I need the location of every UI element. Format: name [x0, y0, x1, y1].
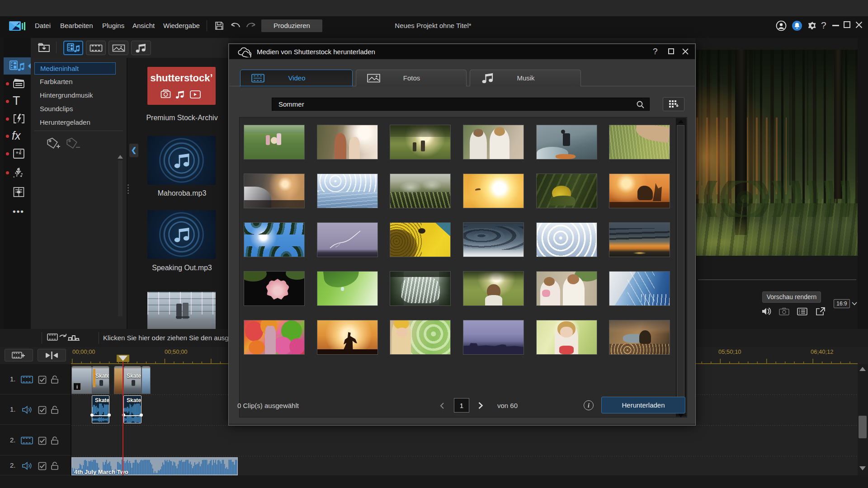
svg-text:*: *	[19, 149, 22, 155]
